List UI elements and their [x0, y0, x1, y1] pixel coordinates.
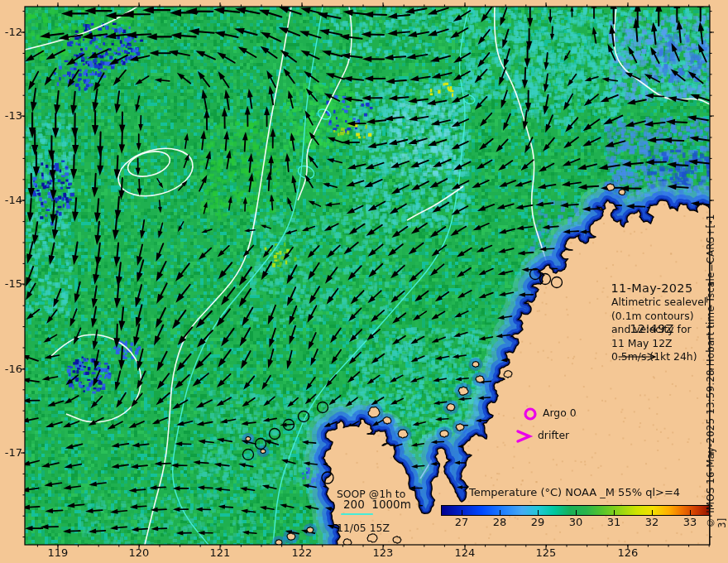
colorbar-tick-label: 27: [449, 516, 474, 528]
colorbar-tick-label: 31: [601, 516, 626, 528]
annotation-line-5: 0.5m/s (1kt 24h): [611, 350, 706, 364]
y-axis-tick-label: -14: [0, 194, 22, 206]
colorbar-tick-label: 28: [487, 516, 512, 528]
colorbar-tickmark: [538, 510, 539, 516]
colorbar-tickmark: [576, 510, 577, 516]
colorbar-tickmark: [500, 510, 500, 516]
annotation-line-1: Altimetric sealevel: [611, 296, 706, 310]
imos-credit-vertical-text: © IMOS 16-May-2025 13:59:28 Hobart time …: [707, 205, 726, 528]
x-axis-tick-label: 124: [448, 546, 481, 559]
colorbar-tickmark: [462, 510, 462, 516]
colorbar-tick-label: 29: [525, 516, 550, 528]
depth-scale-label: 200 1000m: [343, 498, 411, 510]
x-axis-tick-label: 126: [611, 546, 644, 559]
annotation-line-4: 11 May 12Z: [611, 337, 706, 351]
x-axis-tick-label: 121: [204, 546, 237, 559]
colorbar-tick-label: 33: [678, 516, 702, 528]
colorbar-tickmark: [652, 510, 653, 516]
colorbar-tick-label: 32: [639, 516, 664, 528]
x-axis-tick-label: 119: [41, 546, 74, 559]
colorbar-tickmark: [690, 510, 691, 516]
analysis-date: 11-May-2025: [586, 282, 718, 295]
annotation-line-2: (0.1m contours): [611, 310, 706, 324]
x-axis-tick-label: 120: [122, 546, 156, 559]
soop-legend-line2: 11/05 15Z: [337, 522, 405, 534]
ocean-analysis-figure: 11-May-2025 12:49Z Altimetric sealevel(0…: [0, 0, 728, 563]
x-axis-tick-label: 125: [529, 546, 563, 559]
y-axis-tick-label: -17: [0, 446, 22, 459]
drifter-marker-label: drifter: [538, 430, 569, 440]
colorbar-tick-label: 30: [563, 516, 588, 528]
y-axis-tick-label: -13: [0, 109, 22, 122]
y-axis-tick-label: -15: [0, 277, 22, 290]
x-axis-tick-label: 122: [285, 546, 318, 559]
annotation-line-3: and velocity for: [611, 323, 706, 337]
colorbar-tickmark: [614, 510, 615, 516]
x-axis-tick-label: 123: [366, 546, 400, 559]
soop-legend-label: SOOP @1h to 11/05 15Z: [337, 465, 405, 556]
y-axis-tick-label: -16: [0, 363, 22, 375]
colorbar-title: Temperature (°C) NOAA _M 55% ql>=4: [441, 487, 708, 498]
y-axis-tick-label: -12: [0, 26, 22, 38]
annotation-block: Altimetric sealevel(0.1m contours)and ve…: [611, 296, 706, 364]
argo-marker-label: Argo 0: [543, 407, 577, 418]
